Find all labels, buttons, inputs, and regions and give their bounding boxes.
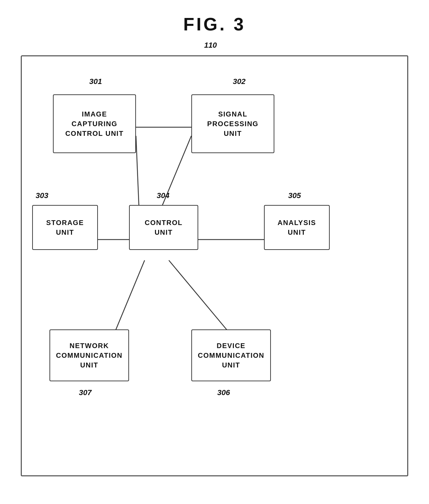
control-unit: CONTROLUNIT	[129, 205, 198, 250]
ref-304: 304	[157, 191, 170, 200]
image-capturing-control-unit: IMAGECAPTURINGCONTROL UNIT	[53, 94, 136, 153]
svg-line-5	[115, 260, 145, 333]
storage-unit: STORAGEUNIT	[32, 205, 98, 250]
ref-110: 110	[204, 41, 217, 50]
outer-container: IMAGECAPTURINGCONTROL UNIT 301 SIGNALPRO…	[21, 55, 408, 476]
network-comm-label: NETWORKCOMMUNICATIONUNIT	[56, 341, 122, 370]
signal-processing-label: SIGNALPROCESSINGUNIT	[207, 109, 258, 138]
ref-307: 307	[79, 388, 92, 397]
network-communication-unit: NETWORKCOMMUNICATIONUNIT	[49, 329, 129, 381]
svg-line-6	[169, 260, 229, 333]
image-capturing-label: IMAGECAPTURINGCONTROL UNIT	[65, 109, 124, 138]
page-title: FIG. 3	[183, 14, 246, 35]
analysis-unit: ANALYSISUNIT	[264, 205, 330, 250]
device-comm-label: DEVICECOMMUNICATIONUNIT	[198, 341, 264, 370]
ref-302: 302	[233, 77, 246, 86]
signal-processing-unit: SIGNALPROCESSINGUNIT	[191, 94, 274, 153]
storage-label: STORAGEUNIT	[46, 218, 84, 237]
ref-305: 305	[288, 191, 301, 200]
analysis-label: ANALYSISUNIT	[277, 218, 316, 237]
ref-306: 306	[217, 388, 230, 397]
ref-303: 303	[36, 191, 48, 200]
control-label: CONTROLUNIT	[145, 218, 182, 237]
device-communication-unit: DEVICECOMMUNICATIONUNIT	[191, 329, 271, 381]
ref-301: 301	[89, 77, 102, 86]
